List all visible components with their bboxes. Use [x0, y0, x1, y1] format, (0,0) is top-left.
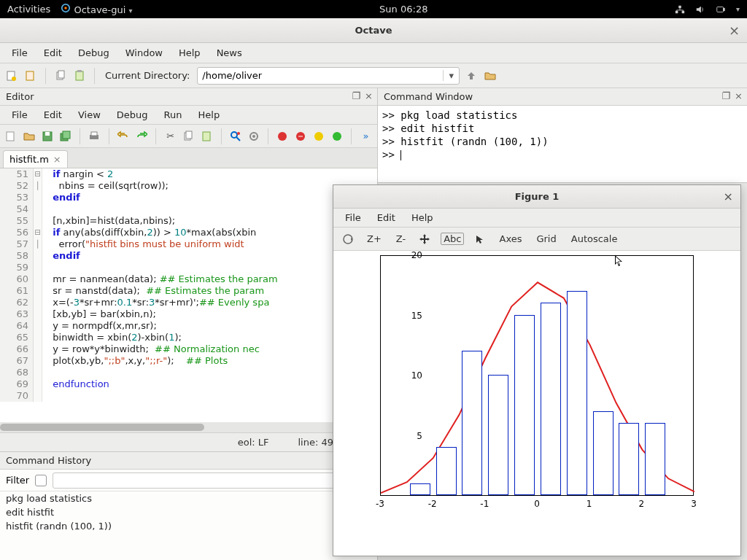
svg-point-26 — [237, 132, 240, 135]
figure-menubar: File Edit Help — [333, 209, 740, 228]
svg-rect-20 — [91, 132, 97, 136]
editor-new-icon[interactable] — [4, 129, 18, 144]
app-menu[interactable]: Octave-gui ▾ — [61, 3, 132, 15]
zoom-in-button[interactable]: Z+ — [364, 232, 384, 246]
breakpoint-yellow-icon[interactable] — [312, 129, 326, 144]
editor-saveall-icon[interactable] — [58, 129, 72, 144]
breakpoint-green-icon[interactable] — [330, 129, 344, 144]
rotate-icon[interactable] — [341, 232, 355, 246]
clock[interactable]: Sun 06:28 — [379, 4, 427, 15]
current-directory-input[interactable] — [198, 70, 443, 81]
paste-icon[interactable] — [72, 69, 87, 83]
copy-icon[interactable] — [53, 69, 68, 83]
x-tick: -3 — [369, 499, 391, 509]
histogram-bar — [488, 375, 508, 495]
new-script-icon[interactable] — [4, 69, 19, 83]
svg-rect-9 — [26, 71, 34, 80]
command-window-title: Command Window ❐× — [378, 88, 747, 106]
editor-open-icon[interactable] — [23, 129, 36, 144]
figure-window[interactable]: Figure 1 × File Edit Help Z+ Z- Abc Axes… — [333, 184, 741, 556]
figure-menu-help[interactable]: Help — [404, 209, 441, 226]
dir-browse-icon[interactable] — [483, 69, 498, 83]
y-tick: 15 — [393, 311, 422, 321]
editor-save-icon[interactable] — [41, 129, 55, 144]
editor-menu-run[interactable]: Run — [157, 106, 190, 123]
editor-undo-icon[interactable] — [117, 129, 131, 144]
system-menu-caret[interactable]: ▾ — [736, 5, 740, 13]
editor-tab[interactable]: histfit.m × — [3, 150, 68, 168]
editor-menu-edit[interactable]: Edit — [36, 106, 69, 123]
menu-debug[interactable]: Debug — [71, 44, 117, 61]
editor-menu-help[interactable]: Help — [191, 106, 228, 123]
editor-gear-icon[interactable] — [247, 129, 260, 144]
figure-titlebar[interactable]: Figure 1 × — [333, 185, 740, 209]
command-history-title: Command History — [0, 452, 377, 470]
dir-dropdown-icon[interactable]: ▾ — [443, 70, 459, 81]
text-tool-button[interactable]: Abc — [441, 233, 464, 245]
volume-icon[interactable] — [695, 4, 705, 15]
plot-area[interactable]: 5101520-3-2-10123 — [333, 251, 740, 556]
svg-rect-18 — [63, 131, 70, 139]
cmdwin-close-icon[interactable]: × — [735, 90, 743, 101]
filter-label: Filter — [6, 475, 29, 486]
gnome-topbar: Activities Octave-gui ▾ Sun 06:28 ▾ — [0, 0, 747, 18]
history-item[interactable]: edit histfit — [0, 505, 377, 519]
svg-rect-3 — [682, 10, 685, 13]
history-item[interactable]: pkg load statistics — [0, 491, 377, 505]
status-eol: eol: LF — [238, 437, 269, 448]
filter-input[interactable] — [53, 472, 344, 489]
activities-button[interactable]: Activities — [7, 4, 50, 15]
editor-print-icon[interactable] — [88, 129, 101, 144]
history-item[interactable]: histfit (randn (100, 1)) — [0, 519, 377, 533]
command-window-body[interactable]: >> pkg load statistics >> edit histfit >… — [378, 106, 747, 182]
editor-cut-icon[interactable]: ✂ — [163, 129, 177, 144]
menu-news[interactable]: News — [209, 44, 249, 61]
window-close-button[interactable]: × — [729, 23, 740, 38]
main-toolbar: Current Directory: ▾ — [0, 63, 747, 88]
breakpoint-step-icon[interactable] — [294, 129, 308, 144]
editor-find-icon[interactable] — [229, 129, 243, 144]
menu-help[interactable]: Help — [171, 44, 208, 61]
editor-menu-file[interactable]: File — [4, 106, 35, 123]
editor-paste-icon[interactable] — [200, 129, 214, 144]
menu-edit[interactable]: Edit — [36, 44, 69, 61]
autoscale-button[interactable]: Autoscale — [568, 232, 621, 246]
figure-toolbar: Z+ Z- Abc Axes Grid Autoscale — [333, 228, 740, 251]
editor-close-icon[interactable]: × — [365, 90, 373, 101]
editor-redo-icon[interactable] — [135, 129, 149, 144]
command-window-panel: Command Window ❐× >> pkg load statistics… — [378, 88, 747, 183]
zoom-out-button[interactable]: Z- — [393, 232, 409, 246]
editor-copy-icon[interactable] — [182, 129, 196, 144]
editor-menu-debug[interactable]: Debug — [109, 106, 155, 123]
run-next-icon[interactable]: » — [359, 129, 373, 144]
new-func-icon[interactable] — [23, 69, 38, 83]
grid-button[interactable]: Grid — [533, 232, 559, 246]
select-icon[interactable] — [473, 232, 487, 246]
history-list[interactable]: pkg load statisticsedit histfithistfit (… — [0, 491, 377, 560]
figure-menu-edit[interactable]: Edit — [370, 209, 403, 226]
menu-file[interactable]: File — [4, 44, 35, 61]
axes-button[interactable]: Axes — [496, 232, 525, 246]
dir-up-icon[interactable] — [464, 69, 479, 83]
cmdwin-detach-icon[interactable]: ❐ — [721, 90, 730, 101]
current-directory-field[interactable]: ▾ — [197, 67, 460, 85]
code-editor[interactable]: 51⊟ if nargin < 252│ nbins = ceil(sqrt(r… — [0, 168, 377, 422]
figure-close-button[interactable]: × — [724, 190, 733, 203]
editor-menu-view[interactable]: View — [71, 106, 108, 123]
x-tick: -1 — [473, 499, 495, 509]
editor-hscrollbar[interactable] — [0, 422, 377, 432]
svg-rect-12 — [76, 71, 83, 80]
pan-icon[interactable] — [417, 232, 432, 246]
menu-window[interactable]: Window — [118, 44, 170, 61]
figure-menu-file[interactable]: File — [338, 209, 368, 226]
battery-icon[interactable] — [716, 4, 726, 15]
y-tick: 5 — [393, 431, 422, 441]
histogram-bar — [462, 351, 482, 495]
svg-point-1 — [65, 7, 68, 9]
network-icon[interactable] — [675, 4, 685, 15]
breakpoint-red-icon[interactable] — [276, 129, 290, 144]
editor-detach-icon[interactable]: ❐ — [352, 90, 360, 101]
filter-checkbox[interactable] — [35, 475, 47, 486]
tab-close-icon[interactable]: × — [53, 154, 61, 165]
status-line: line: 49 — [298, 437, 333, 448]
